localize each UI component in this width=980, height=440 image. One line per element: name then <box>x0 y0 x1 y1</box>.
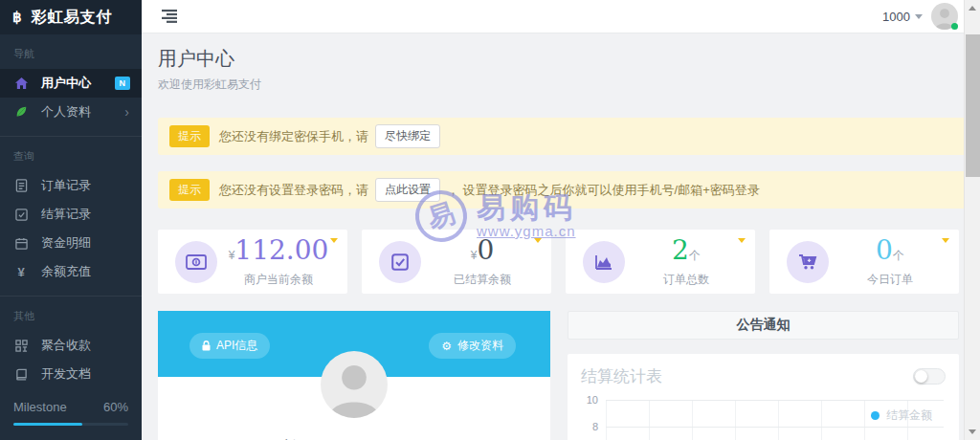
sidebar-item-label: 聚合收款 <box>41 337 91 354</box>
area-chart-icon <box>583 241 625 283</box>
qr-grid-icon <box>13 340 29 352</box>
stat-value: 112.00 <box>234 234 328 266</box>
topbar: 1000 <box>142 0 964 33</box>
unit-suffix: 个 <box>893 249 904 262</box>
nav-section-label: 其他 <box>0 297 142 331</box>
chart-toggle-switch[interactable] <box>913 368 946 385</box>
alert-set-password: 提示 您还没有设置登录密码，请 点此设置 ， 设置登录密码之后你就可以使用手机号… <box>158 171 972 209</box>
sidebar: ฿ 彩虹易支付 导航 用户中心 N 个人资料 › 查询 订单记录 <box>0 0 142 440</box>
caret-down-icon[interactable] <box>330 238 338 243</box>
sidebar-item-recharge[interactable]: ¥ 余额充值 <box>0 257 142 286</box>
caret-down-icon <box>915 14 923 19</box>
profile-avatar[interactable] <box>321 351 388 418</box>
sidebar-item-label: 个人资料 <box>41 103 91 121</box>
check-square-icon <box>13 209 29 221</box>
welcome-card: API信息 ⚙ 修改资料 欢迎您，234234234 <box>158 311 550 440</box>
set-password-button[interactable]: 点此设置 <box>375 178 440 202</box>
right-column: 公告通知 结算统计表 10 8 6 结算金额 <box>568 311 959 440</box>
legend-label: 结算金额 <box>886 407 932 424</box>
alert-bind-phone: 提示 您还没有绑定密保手机，请 尽快绑定 <box>158 118 972 155</box>
alert-badge: 提示 <box>169 125 210 147</box>
stat-value: 2 <box>672 234 689 266</box>
sidebar-item-dev-docs[interactable]: 开发文档 <box>0 360 142 388</box>
app-title: 彩虹易支付 <box>32 8 113 28</box>
alert-badge: 提示 <box>169 179 210 201</box>
stat-card-today-orders: 0个 今日订单 <box>769 230 959 294</box>
sidebar-item-label: 开发文档 <box>41 365 91 383</box>
nav-section-other: 其他 聚合收款 开发文档 <box>0 296 142 388</box>
unit-suffix: 个 <box>689 249 701 262</box>
stat-card-settled: ¥0 已结算余额 <box>362 230 551 294</box>
scrollbar-thumb[interactable] <box>966 34 980 177</box>
y-axis-tick: 10 <box>581 394 598 406</box>
api-info-button[interactable]: API信息 <box>189 333 270 359</box>
app-logo[interactable]: ฿ 彩虹易支付 <box>0 0 142 34</box>
bind-now-button[interactable]: 尽快绑定 <box>375 124 440 148</box>
chevron-right-icon: › <box>124 105 129 119</box>
stats-row: ¥112.00 商户当前余额 ¥0 已结算余额 <box>158 230 959 294</box>
alert-text: 您还没有设置登录密码，请 <box>219 182 368 199</box>
sidebar-item-aggregate-pay[interactable]: 聚合收款 <box>0 331 142 360</box>
book-icon <box>13 368 29 381</box>
announcement-header[interactable]: 公告通知 <box>568 311 959 340</box>
sidebar-item-label: 订单记录 <box>41 177 91 194</box>
alert-text: 您还没有绑定密保手机，请 <box>219 128 368 145</box>
chart-legend[interactable]: 结算金额 <box>871 407 932 424</box>
sidebar-item-settlements[interactable]: 结算记录 <box>0 200 142 229</box>
person-icon <box>931 3 958 30</box>
stat-value: 0 <box>876 234 893 266</box>
stat-label: 商户当前余额 <box>217 272 340 288</box>
scroll-up-arrow-icon[interactable] <box>969 6 976 11</box>
page-header: 用户中心 欢迎使用彩虹易支付 <box>142 34 964 93</box>
sidebar-item-label: 余额充值 <box>41 263 91 280</box>
stat-label: 订单总数 <box>625 272 747 288</box>
page-title: 用户中心 <box>158 46 964 72</box>
stat-label: 今日订单 <box>829 272 951 288</box>
stat-card-balance: ¥112.00 商户当前余额 <box>158 230 347 294</box>
avatar[interactable] <box>931 3 958 30</box>
lock-icon <box>202 341 211 351</box>
stat-value: 0 <box>477 234 494 266</box>
stat-card-total-orders: 2个 订单总数 <box>566 230 755 294</box>
toggle-knob <box>915 370 927 383</box>
nav-section-label: 导航 <box>0 34 142 69</box>
order-list-icon <box>13 179 29 192</box>
menu-fold-icon[interactable] <box>162 10 177 23</box>
vertical-scrollbar[interactable] <box>964 0 980 440</box>
welcome-greeting: 欢迎您，234234234 <box>158 436 550 440</box>
sidebar-item-user-center[interactable]: 用户中心 N <box>0 69 142 98</box>
nav-section-nav: 导航 用户中心 N 个人资料 › <box>0 34 142 126</box>
progress-percent: 60% <box>103 400 128 414</box>
y-axis-tick: 8 <box>581 421 598 432</box>
sidebar-item-label: 用户中心 <box>41 75 91 92</box>
milestone-progress-bar <box>13 423 128 426</box>
yen-icon: ¥ <box>13 265 29 279</box>
nav-section-query: 查询 订单记录 结算记录 资金明细 ¥ 余额充值 <box>0 136 142 286</box>
bitcoin-icon: ฿ <box>12 9 23 26</box>
caret-down-icon[interactable] <box>942 238 949 243</box>
user-menu[interactable]: 1000 <box>882 3 958 30</box>
scroll-down-arrow-icon[interactable] <box>969 429 976 434</box>
person-icon <box>321 351 388 418</box>
chart-title: 结算统计表 <box>581 365 662 387</box>
sidebar-item-funds[interactable]: 资金明细 <box>0 229 142 257</box>
nav-section-label: 查询 <box>0 137 142 171</box>
gear-icon: ⚙ <box>441 341 452 352</box>
settlement-chart: 10 8 6 结算金额 <box>581 396 946 440</box>
calendar-icon <box>13 237 29 250</box>
sidebar-item-profile[interactable]: 个人资料 › <box>0 98 142 126</box>
sidebar-item-orders[interactable]: 订单记录 <box>0 171 142 200</box>
banknote-icon <box>175 241 217 283</box>
sidebar-item-label: 资金明细 <box>41 234 91 252</box>
stat-label: 已结算余额 <box>421 272 544 288</box>
edit-profile-button[interactable]: ⚙ 修改资料 <box>429 333 516 359</box>
caret-down-icon[interactable] <box>534 238 542 243</box>
new-badge: N <box>115 77 131 90</box>
legend-dot-icon <box>871 411 880 420</box>
caret-down-icon[interactable] <box>738 238 746 243</box>
cart-icon <box>787 241 829 283</box>
sidebar-progress-block: Milestone 60% Release 25% <box>0 386 142 440</box>
home-icon <box>13 77 29 90</box>
settlement-chart-card: 结算统计表 10 8 6 结算金额 <box>568 354 959 440</box>
progress-label: Milestone <box>13 400 67 414</box>
